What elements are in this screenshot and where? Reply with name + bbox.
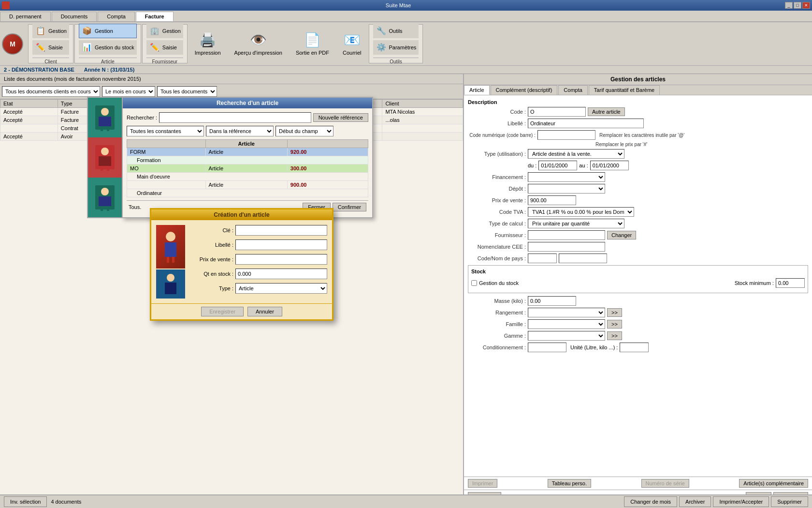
svg-rect-2: [99, 117, 111, 126]
qt-stock-label: Qt en stock :: [190, 271, 233, 277]
svg-rect-4: [107, 126, 109, 131]
search-row-mo-sub: Main d'oeuvre: [127, 173, 368, 181]
search-cell-code: [127, 181, 206, 189]
search-cell-price: 920.00: [287, 148, 368, 156]
search-results-table: Article FORM Article 920.00 Formation: [127, 139, 368, 197]
creation-dialog-title: Création d'un article: [151, 209, 332, 220]
search-modal-overlay: Recherche d'un article Rechercher : Nouv…: [0, 0, 812, 508]
search-row-ordi[interactable]: Article 900.00: [127, 181, 368, 189]
svg-point-1: [101, 108, 109, 116]
svg-rect-7: [99, 156, 111, 166]
svg-rect-20: [165, 283, 176, 294]
nouvelle-reference-button[interactable]: Nouvelle référence: [313, 113, 368, 122]
search-image-3: [88, 178, 122, 217]
search-cell-code: MO: [127, 164, 206, 173]
creation-image-1: [156, 225, 185, 269]
svg-rect-22: [172, 294, 174, 296]
creation-fields: Clé : Libellé : Prix de vente : Qt en st…: [190, 225, 327, 299]
qt-stock-field-row: Qt en stock :: [190, 269, 327, 279]
search-image-1: [88, 98, 122, 137]
creation-dialog-body: Clé : Libellé : Prix de vente : Qt en st…: [151, 220, 332, 303]
cle-label: Clé :: [190, 227, 233, 233]
svg-point-11: [101, 188, 109, 195]
search-filter-1[interactable]: Toutes les constantes: [127, 126, 204, 136]
search-image-2: [88, 137, 122, 177]
search-row-mo[interactable]: MO Article 300.00: [127, 164, 368, 173]
search-confirmer-button[interactable]: Confirmer: [333, 203, 366, 211]
cle-field-row: Clé :: [190, 225, 327, 236]
search-cell-code: FORM: [127, 148, 206, 156]
creation-enregistrer-button[interactable]: Enregistrer: [201, 307, 244, 316]
type-label: Type :: [190, 285, 233, 291]
cle-input[interactable]: [235, 225, 327, 236]
search-modal-title: Recherche d'un article: [123, 98, 372, 108]
search-row-form[interactable]: FORM Article 920.00: [127, 148, 368, 156]
search-cell-sub: Ordinateur: [127, 189, 368, 197]
svg-rect-18: [172, 257, 174, 263]
libelle-field-row: Libellé :: [190, 239, 327, 250]
prix-vente-input[interactable]: [235, 254, 327, 265]
search-filter-2[interactable]: Dans la référence: [206, 126, 274, 136]
search-col-type[interactable]: Article: [205, 140, 287, 148]
search-cell-type: Article: [205, 164, 287, 173]
search-cell-sub: Main d'oeuvre: [127, 173, 368, 181]
search-cell-sub: Formation: [127, 156, 368, 164]
search-row-form-sub: Formation: [127, 156, 368, 164]
svg-rect-9: [107, 166, 109, 171]
search-filter-3[interactable]: Début du champ: [276, 126, 334, 136]
svg-point-15: [166, 232, 175, 241]
search-col-code[interactable]: [127, 140, 206, 148]
svg-rect-17: [167, 257, 169, 263]
qt-stock-input[interactable]: [235, 269, 327, 279]
search-row-1: Rechercher : Nouvelle référence: [127, 112, 368, 123]
svg-rect-3: [101, 126, 103, 131]
search-cell-type: Article: [205, 181, 287, 189]
search-modal-wrapper: Recherche d'un article Rechercher : Nouv…: [87, 97, 373, 218]
search-cell-price: 900.00: [287, 181, 368, 189]
search-cell-type: Article: [205, 148, 287, 156]
creation-dialog: Création d'un article: [150, 208, 334, 321]
svg-rect-12: [99, 196, 111, 206]
libelle-input[interactable]: [235, 239, 327, 250]
svg-rect-14: [107, 206, 109, 211]
svg-point-6: [101, 148, 109, 155]
creation-image-2: [156, 269, 185, 299]
search-modal-images: [87, 97, 122, 218]
search-filter-label: Tous.: [129, 204, 141, 210]
creation-images: [156, 225, 185, 299]
creation-body-inner: Clé : Libellé : Prix de vente : Qt en st…: [156, 225, 327, 299]
type-field-row: Type : Article: [190, 283, 327, 294]
search-row-ordi-sub: Ordinateur: [127, 189, 368, 197]
search-cell-price: 300.00: [287, 164, 368, 173]
creation-annuler-button[interactable]: Annuler: [247, 307, 282, 316]
search-modal: Recherche d'un article Rechercher : Nouv…: [122, 97, 373, 218]
prix-vente-label: Prix de vente :: [190, 256, 233, 262]
svg-point-19: [167, 274, 174, 282]
search-input[interactable]: [159, 112, 311, 123]
search-modal-body: Rechercher : Nouvelle référence Toutes l…: [123, 108, 372, 217]
rechercher-label: Rechercher :: [127, 115, 157, 120]
libelle-label: Libellé :: [190, 242, 233, 248]
search-col-price[interactable]: [287, 140, 368, 148]
prix-vente-field-row: Prix de vente :: [190, 254, 327, 265]
svg-rect-16: [165, 242, 176, 257]
svg-rect-8: [101, 166, 103, 171]
type-select[interactable]: Article: [235, 283, 327, 294]
svg-rect-13: [101, 206, 103, 211]
creation-footer: Enregistrer Annuler: [151, 303, 332, 319]
search-filter-row: Toutes les constantes Dans la référence …: [127, 126, 368, 136]
svg-rect-21: [167, 294, 169, 296]
